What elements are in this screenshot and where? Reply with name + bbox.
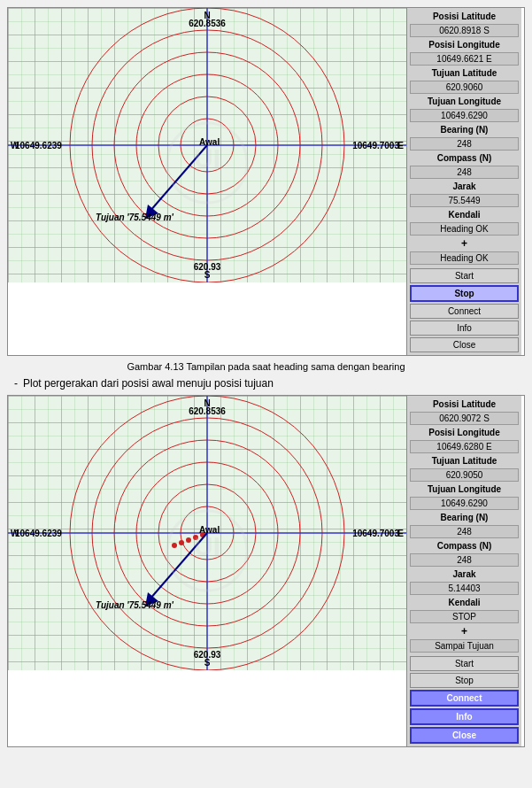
close-btn-2[interactable]: Close bbox=[410, 727, 519, 744]
tujuan-lon-value-1: 10649.6290 bbox=[410, 109, 519, 122]
info-btn-1[interactable]: Info bbox=[410, 321, 519, 336]
plus-1: + bbox=[410, 237, 519, 250]
panel-2: UI N S E W 620.8536 620.93 10649.6239 10… bbox=[7, 395, 525, 747]
tujuan-lat-value-2: 620.9050 bbox=[410, 468, 519, 482]
posisi-lon-value-2: 10649.6280 E bbox=[410, 440, 519, 453]
map-area-1: UI N S E W 620.8536 620.93 10649.6239 10… bbox=[8, 8, 406, 282]
compass-value-1: 248 bbox=[410, 166, 519, 179]
kendali-label-1: Kendali bbox=[410, 209, 519, 220]
tujuan-lat-label-1: Tujuan Latitude bbox=[410, 67, 519, 79]
svg-point-30 bbox=[172, 543, 177, 548]
posisi-lat-label-2: Posisi Latitude bbox=[410, 398, 519, 410]
start-btn-2[interactable]: Start bbox=[410, 656, 519, 671]
compass-value-2: 248 bbox=[410, 553, 519, 567]
plus-2: + bbox=[410, 625, 519, 637]
lon-right-1: 10649.7003 bbox=[352, 141, 399, 151]
posisi-lon-label-2: Posisi Longitude bbox=[410, 427, 519, 438]
lat-top-1: 620.8536 bbox=[189, 19, 226, 28]
lon-left-2: 10649.6239 bbox=[15, 529, 62, 538]
tujuan-lat-value-1: 620.9060 bbox=[410, 81, 519, 94]
bearing-value-2: 248 bbox=[410, 525, 519, 538]
tujuan-lon-label-1: Tujuan Longitude bbox=[410, 96, 519, 107]
start-btn-1[interactable]: Start bbox=[410, 268, 519, 283]
sidebar-1: Posisi Latitude 0620.8918 S Posisi Longi… bbox=[406, 8, 521, 355]
close-btn-1[interactable]: Close bbox=[410, 337, 519, 352]
heading-ok-1: Heading OK bbox=[410, 251, 519, 265]
sidebar-2: Posisi Latitude 0620.9072 S Posisi Longi… bbox=[406, 396, 521, 746]
panel-1: UI N S E W 620.8536 620.93 10649.6239 10… bbox=[7, 7, 525, 356]
kendali-value-1: Heading OK bbox=[410, 222, 519, 236]
bearing-value-1: 248 bbox=[410, 137, 519, 151]
svg-point-33 bbox=[167, 511, 247, 591]
kendali-value-2: STOP bbox=[410, 610, 519, 623]
connect-btn-1[interactable]: Connect bbox=[410, 304, 519, 319]
jarak-value-1: 75.5449 bbox=[410, 194, 519, 207]
svg-line-31 bbox=[150, 533, 207, 599]
awal-label-2: Awal bbox=[199, 525, 220, 535]
bearing-label-1: Bearing (N) bbox=[410, 124, 519, 135]
lat-top-2: 620.8536 bbox=[189, 406, 226, 416]
svg-point-29 bbox=[179, 540, 184, 545]
bullet-text: - Plot pergerakan dari posisi awal menuj… bbox=[14, 377, 525, 390]
posisi-lat-value-2: 0620.9072 S bbox=[410, 412, 519, 425]
kendali-label-2: Kendali bbox=[410, 597, 519, 608]
tujuan-label-1: Tujuan '75.5449 m' bbox=[96, 212, 173, 222]
jarak-value-2: 5.14403 bbox=[410, 582, 519, 595]
lon-left-1: 10649.6239 bbox=[15, 141, 62, 151]
stop-btn-2[interactable]: Stop bbox=[410, 673, 519, 688]
tujuan-lat-label-2: Tujuan Latitude bbox=[410, 455, 519, 467]
svg-line-11 bbox=[150, 145, 207, 212]
posisi-lat-label-1: Posisi Latitude bbox=[410, 11, 519, 22]
svg-point-27 bbox=[193, 535, 198, 540]
awal-label-1: Awal bbox=[199, 137, 220, 147]
compass-label-2: Compass (N) bbox=[410, 540, 519, 552]
connect-btn-2[interactable]: Connect bbox=[410, 690, 519, 707]
bearing-label-2: Bearing (N) bbox=[410, 512, 519, 523]
stop-btn-1[interactable]: Stop bbox=[410, 285, 519, 302]
lon-right-2: 10649.7003 bbox=[352, 529, 399, 538]
svg-text:UI: UI bbox=[194, 143, 220, 173]
svg-text:UI: UI bbox=[194, 531, 220, 560]
posisi-lon-label-1: Posisi Longitude bbox=[410, 39, 519, 50]
compass-label-1: Compass (N) bbox=[410, 152, 519, 164]
tujuan-lon-label-2: Tujuan Longitude bbox=[410, 483, 519, 495]
jarak-label-2: Jarak bbox=[410, 568, 519, 580]
posisi-lon-value-1: 10649.6621 E bbox=[410, 52, 519, 66]
tujuan-label-2: Tujuan '75.5449 m' bbox=[96, 600, 173, 610]
sampai-tujuan-2: Sampai Tujuan bbox=[410, 639, 519, 653]
jarak-label-1: Jarak bbox=[410, 181, 519, 192]
posisi-lat-value-1: 0620.8918 S bbox=[410, 24, 519, 37]
map-area-2: UI N S E W 620.8536 620.93 10649.6239 10… bbox=[8, 396, 406, 670]
info-btn-2[interactable]: Info bbox=[410, 708, 519, 725]
page-container: UI N S E W 620.8536 620.93 10649.6239 10… bbox=[0, 0, 532, 760]
svg-point-28 bbox=[186, 537, 191, 543]
bullet-content: Plot pergerakan dari posisi awal menuju … bbox=[23, 377, 274, 390]
tujuan-lon-value-2: 10649.6290 bbox=[410, 497, 519, 510]
lat-bottom-2: 620.93 bbox=[194, 650, 221, 660]
bullet-dash: - bbox=[14, 377, 18, 390]
lat-bottom-1: 620.93 bbox=[194, 262, 221, 272]
caption-1: Gambar 4.13 Tampilan pada saat heading s… bbox=[7, 361, 525, 372]
svg-point-13 bbox=[167, 123, 247, 203]
